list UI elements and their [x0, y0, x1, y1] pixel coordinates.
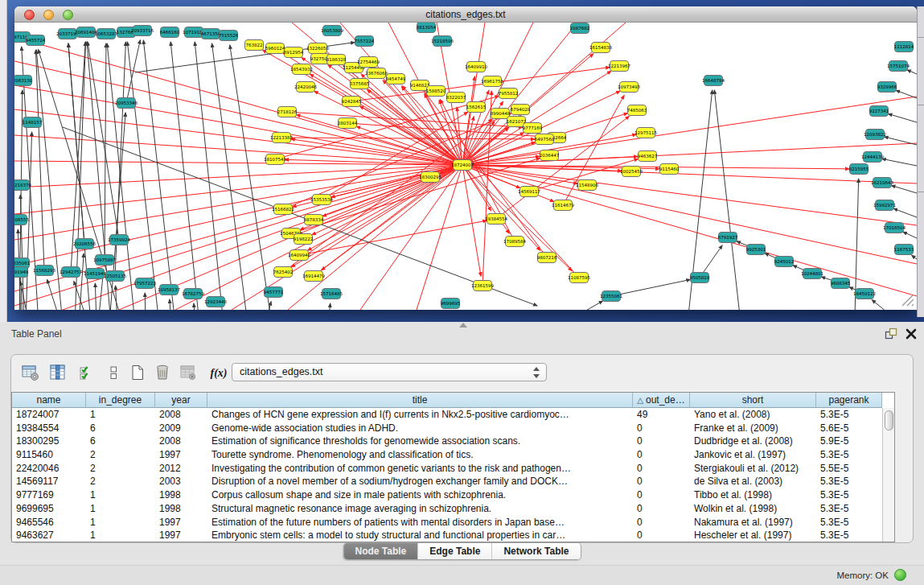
graph-node[interactable]: 1588520	[426, 86, 446, 97]
graph-edge[interactable]	[299, 220, 487, 255]
graph-node[interactable]: 22420046	[294, 82, 317, 93]
column-header-out_degree[interactable]: △out_de…	[633, 393, 690, 408]
graph-edge[interactable]	[714, 90, 740, 310]
graph-edge[interactable]	[79, 253, 84, 310]
graph-node[interactable]: 12213383	[270, 133, 293, 143]
canvas-resize-grip-icon[interactable]	[902, 295, 914, 306]
graph-node[interactable]: 16648784	[702, 76, 725, 86]
graph-node[interactable]: 9227341	[869, 106, 889, 117]
graph-edge[interactable]	[170, 42, 199, 310]
graph-node[interactable]: 12093822	[864, 130, 886, 140]
network-canvas[interactable]: 1872400776382259601248912954132260589327…	[14, 23, 917, 310]
graph-edge[interactable]	[230, 45, 272, 310]
table-mode-button[interactable]	[21, 364, 40, 383]
graph-node[interactable]: 1562615	[466, 102, 487, 113]
graph-edge[interactable]	[611, 279, 690, 296]
graph-edge[interactable]	[143, 40, 175, 310]
tab-edge-table[interactable]: Edge Table	[417, 543, 491, 559]
close-panel-icon[interactable]	[904, 327, 918, 341]
graph-node[interactable]: 7485063	[627, 105, 647, 116]
graph-node[interactable]: 10975887	[93, 255, 116, 266]
graph-node[interactable]: 9463627	[638, 151, 658, 162]
graph-node[interactable]: 18300295	[419, 172, 441, 183]
graph-node[interactable]: 9198222	[294, 234, 314, 245]
delete-column-button[interactable]	[153, 364, 172, 383]
graph-node[interactable]: 12975115	[634, 128, 657, 138]
graph-node[interactable]: 16914479	[302, 271, 325, 282]
graph-node[interactable]: 9329966	[877, 82, 897, 93]
column-header-year[interactable]: year	[155, 393, 207, 408]
graph-node[interactable]: 5960124	[265, 43, 285, 54]
graph-node[interactable]: 15166822	[272, 204, 294, 215]
graph-node[interactable]: 9925301	[746, 245, 766, 255]
graph-node[interactable]: 18450122	[853, 289, 876, 299]
graph-node[interactable]: 9245012	[774, 257, 795, 267]
graph-edge[interactable]	[896, 90, 917, 98]
table-scrollbar[interactable]	[882, 408, 894, 542]
table-row[interactable]: 969969511998Structural magnetic resonanc…	[12, 502, 882, 516]
graph-node[interactable]: 12923448	[204, 297, 227, 307]
graph-edge[interactable]	[175, 165, 462, 310]
graph-node[interactable]: 16210643	[871, 178, 893, 188]
float-panel-icon[interactable]	[884, 327, 898, 341]
graph-node[interactable]: 17016504	[883, 223, 906, 233]
graph-edge[interactable]	[893, 208, 917, 217]
tab-network-table[interactable]: Network Table	[491, 543, 580, 559]
table-row[interactable]: 977716911998Corpus callosum shape and si…	[12, 488, 882, 502]
function-builder-button[interactable]: f(x)	[207, 364, 231, 383]
graph-edge[interactable]	[127, 42, 159, 310]
graph-edge[interactable]	[462, 23, 533, 165]
graph-node[interactable]: 6466160	[160, 27, 180, 38]
graph-node[interactable]: 16782759	[182, 289, 204, 299]
graph-edge[interactable]	[872, 300, 891, 310]
tab-node-table[interactable]: Node Table	[343, 543, 417, 559]
graph-node[interactable]: 1148157	[23, 117, 43, 128]
panel-resize-grip[interactable]	[459, 323, 467, 328]
column-visibility-button[interactable]	[48, 364, 68, 383]
column-select-button[interactable]	[77, 364, 97, 383]
table-row[interactable]: 1872400712008Changes of HCN gene express…	[12, 408, 882, 422]
graph-node[interactable]: 2036447	[540, 150, 560, 161]
graph-node[interactable]: 16053809	[321, 26, 343, 36]
graph-node[interactable]: 9777169	[523, 123, 543, 134]
graph-node[interactable]: 8215955	[849, 164, 869, 175]
graph-node[interactable]: 16409910	[465, 62, 487, 72]
graph-node[interactable]: 11451949	[84, 269, 106, 279]
graph-node[interactable]: 9455724	[26, 35, 46, 46]
graph-edge[interactable]	[903, 232, 917, 238]
column-header-name[interactable]: name	[12, 393, 86, 408]
graph-node[interactable]: 16154838	[589, 43, 612, 53]
graph-node[interactable]: 15353534	[310, 195, 333, 205]
graph-node[interactable]: 15751074	[887, 61, 910, 72]
graph-edge[interactable]	[907, 70, 917, 74]
graph-edge[interactable]	[462, 165, 917, 264]
graph-node[interactable]: 1112814	[894, 42, 914, 52]
graph-node[interactable]: 11614679	[552, 200, 574, 211]
graph-node[interactable]: 4671358	[201, 29, 221, 39]
graph-node[interactable]: 9807216	[537, 253, 557, 263]
graph-edge[interactable]	[95, 283, 97, 310]
table-row[interactable]: 2242004622012Investigating the contribut…	[12, 462, 882, 476]
graph-node[interactable]: 13226058	[306, 43, 329, 54]
graph-node[interactable]: 20953346	[115, 98, 138, 109]
column-header-in_degree[interactable]: in_degree	[86, 393, 155, 408]
graph-node[interactable]: 2087682	[570, 23, 590, 34]
scrollbar-thumb[interactable]	[885, 410, 893, 431]
graph-node[interactable]: 18107543	[264, 154, 286, 165]
table-row[interactable]: 946554611997Estimation of the future num…	[12, 516, 882, 529]
graph-node[interactable]: 9699695	[441, 299, 461, 309]
graph-node[interactable]: 9505819	[690, 273, 710, 283]
table-row[interactable]: 1456911722003Disruption of a novel membe…	[12, 475, 882, 488]
graph-node[interactable]: 20206556	[73, 239, 96, 249]
graph-node[interactable]: 9457771	[264, 287, 284, 298]
graph-node[interactable]: 11087595	[568, 273, 590, 283]
graph-node[interactable]: 20933716	[131, 26, 154, 36]
graph-node[interactable]: 10973493	[618, 82, 640, 93]
graph-node[interactable]: 18724007	[451, 160, 474, 171]
graph-edge[interactable]	[462, 143, 917, 165]
graph-node[interactable]: 2063130	[14, 76, 33, 86]
graph-node[interactable]: 15218506	[431, 36, 454, 47]
graph-edge[interactable]	[462, 23, 577, 165]
graph-node[interactable]: 15716485	[320, 289, 343, 299]
graph-node[interactable]: 20691406	[75, 27, 97, 38]
